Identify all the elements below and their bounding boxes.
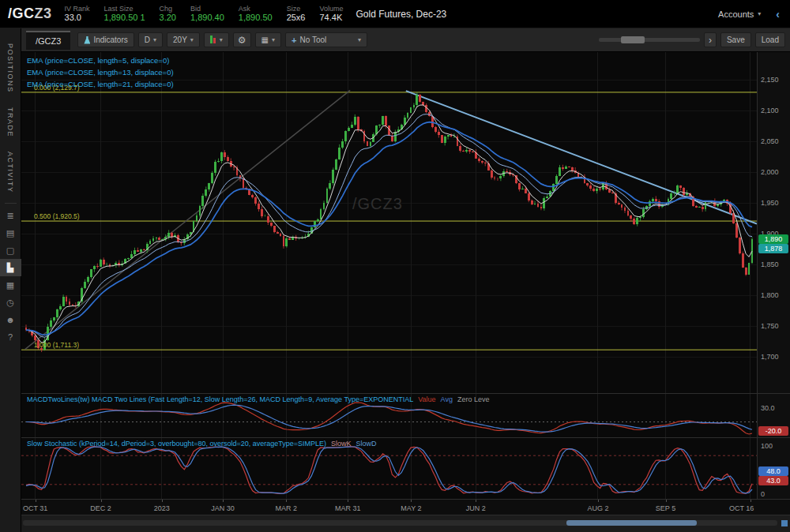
sidebar-divider: [5, 203, 17, 204]
pan-right-icon[interactable]: ›: [704, 32, 717, 47]
chart-gadget: /GCZ3 Indicators D▾ 20Y▾ ▾ ⚙ ▦▾ +No Tool…: [21, 28, 790, 532]
save-button[interactable]: Save: [720, 32, 751, 47]
notes-icon[interactable]: ▢: [0, 242, 21, 259]
price-axis-label: 2,150: [761, 76, 779, 84]
time-axis-label: MAR 31: [335, 504, 361, 512]
time-zoom-slider[interactable]: [599, 38, 700, 42]
zoom-slider-thumb[interactable]: [621, 36, 645, 43]
time-axis-label: OCT 16: [729, 504, 754, 512]
quote-stat-value: 1,890.50 1: [104, 13, 145, 23]
help-icon[interactable]: ?: [0, 328, 21, 346]
time-axis-label: SEP 5: [656, 504, 675, 512]
chevron-down-icon: ▾: [190, 36, 194, 43]
chart-panes: EMA (price=CLOSE, length=5, displace=0)E…: [21, 52, 790, 532]
ema-indicator-label[interactable]: EMA (price=CLOSE, length=5, displace=0): [27, 56, 174, 65]
quote-stat: Last Size1,890.50 1: [104, 5, 145, 23]
quote-stat-value: 3.20: [160, 13, 176, 23]
time-axis-tick: [476, 500, 476, 502]
chart-symbol-tab[interactable]: /GCZ3: [26, 31, 70, 50]
candlestick-icon: [210, 36, 216, 45]
time-axis-tick: [598, 500, 599, 502]
ema-indicator-label[interactable]: EMA (price=CLOSE, length=13, displace=0): [27, 68, 174, 77]
macd-study-label[interactable]: MACDTwoLines(tw) MACD Two Lines (Fast Le…: [27, 395, 413, 403]
indicators-button[interactable]: Indicators: [77, 32, 134, 47]
price-axis-label: 1,800: [761, 291, 779, 299]
range-dropdown[interactable]: 20Y▾: [167, 32, 200, 47]
time-axis-tick: [411, 500, 412, 502]
symbol-root: /GC: [8, 6, 35, 21]
macd-chart[interactable]: MACDTwoLines(tw) MACD Two Lines (Fast Le…: [21, 394, 757, 437]
time-axis-label: JAN 30: [211, 504, 235, 512]
quote-stat-value: 1,890.50: [239, 13, 273, 23]
quote-stat-label: Bid: [190, 5, 224, 13]
chart-layout-dropdown[interactable]: ▦▾: [255, 32, 281, 47]
quote-stat: Chg3.20: [160, 5, 176, 23]
macd-axis: 30.0-20.0: [757, 394, 790, 437]
fib-level-label[interactable]: 1.000 (1,711.3): [34, 341, 79, 349]
watchlist-icon[interactable]: ▤: [0, 224, 21, 242]
accounts-dropdown[interactable]: Accounts▾: [718, 9, 761, 19]
drawing-tool-dropdown[interactable]: +No Tool▾: [285, 32, 367, 47]
quote-stats: IV Rank33.0Last Size1,890.50 1Chg3.20Bid…: [65, 5, 344, 23]
macd-legend-item[interactable]: Avg: [441, 395, 453, 403]
price-chart[interactable]: EMA (price=CLOSE, length=5, displace=0)E…: [21, 52, 757, 393]
scrollbar-corner[interactable]: [781, 520, 788, 526]
settings-gear-icon[interactable]: ⚙: [233, 32, 251, 47]
scrollbar-handle[interactable]: [566, 520, 697, 526]
sidebar-tab-positions[interactable]: POSITIONS: [6, 36, 14, 100]
macd-legend-item[interactable]: Zero Leve: [457, 395, 490, 403]
ema-indicator-label[interactable]: EMA (price=CLOSE, length=21, displace=0): [27, 80, 174, 88]
stochastic-axis: 100048.043.0: [757, 438, 790, 499]
quote-header: /GCZ3 IV Rank33.0Last Size1,890.50 1Chg3…: [0, 0, 790, 28]
macd-legend-item[interactable]: Value: [418, 395, 435, 403]
time-axis-tick: [286, 500, 287, 502]
quote-stat: Ask1,890.50: [239, 5, 273, 23]
crosshair-icon: +: [292, 36, 296, 45]
chart-icon[interactable]: ▙: [0, 259, 21, 276]
quote-stat-label: Volume: [319, 5, 343, 13]
stochastic-legend-item[interactable]: SlowK: [331, 440, 352, 448]
macd-bubble: -20.0: [758, 426, 788, 436]
price-axis[interactable]: 2,1502,1002,0502,0001,9501,9001,8501,800…: [757, 52, 790, 393]
stochastic-chart[interactable]: Slow Stochastic (kPeriod=14, dPeriod=3, …: [21, 438, 757, 499]
price-axis-label: 1,750: [761, 322, 779, 330]
quote-stat: Volume74.4K: [319, 5, 343, 23]
quote-stat-label: Size: [287, 5, 306, 13]
quotes-icon[interactable]: ≣: [0, 207, 21, 224]
symbol-suffix: Z3: [35, 6, 52, 21]
price-axis-label: 1,850: [761, 260, 779, 268]
price-axis-label: 2,000: [761, 168, 779, 176]
price-axis-label: 2,100: [761, 107, 779, 114]
clock-icon[interactable]: ◷: [0, 294, 21, 311]
chart-type-dropdown[interactable]: ▾: [204, 32, 229, 47]
time-axis-label: DEC 2: [90, 504, 111, 512]
stochastic-bubble: 48.0: [758, 466, 788, 476]
load-button[interactable]: Load: [755, 32, 785, 47]
time-axis-label: MAY 2: [401, 504, 421, 512]
sidebar-tab-trade[interactable]: TRADE: [6, 100, 14, 144]
time-axis-label: OCT 31: [23, 504, 47, 512]
stochastic-study-label[interactable]: Slow Stochastic (kPeriod=14, dPeriod=3, …: [27, 440, 326, 448]
chart-watermark: /GCZ3: [352, 195, 403, 213]
fib-level-label[interactable]: 0.500 (1,920.5): [34, 212, 80, 220]
chart-toolbar: /GCZ3 Indicators D▾ 20Y▾ ▾ ⚙ ▦▾ +No Tool…: [21, 28, 790, 52]
chevron-down-icon: ▾: [153, 36, 156, 43]
macd-indicator-label: MACDTwoLines(tw) MACD Two Lines (Fast Le…: [27, 395, 490, 403]
chart-scrollbar-area: [21, 515, 790, 532]
time-axis[interactable]: OCT 31DEC 22023JAN 30MAR 2MAR 31MAY 2JUN…: [21, 500, 790, 515]
app-body: POSITIONSTRADEACTIVITY≣▤▢▙▦◷☻? /GCZ3 Ind…: [0, 28, 790, 532]
sidebar-tab-activity[interactable]: ACTIVITY: [6, 144, 14, 200]
time-axis-tick: [223, 500, 224, 502]
quote-stat: IV Rank33.0: [65, 5, 90, 23]
macd-axis-label: 30.0: [761, 404, 775, 412]
collapse-panel-icon[interactable]: ‹: [773, 8, 782, 21]
quote-stat-label: Chg: [160, 5, 176, 13]
timeframe-dropdown[interactable]: D▾: [138, 32, 163, 47]
chevron-down-icon: ▾: [272, 36, 275, 43]
users-icon[interactable]: ☻: [0, 311, 21, 328]
left-sidebar: POSITIONSTRADEACTIVITY≣▤▢▙▦◷☻?: [0, 28, 21, 532]
stochastic-legend-item[interactable]: SlowD: [356, 440, 377, 448]
time-axis-tick: [348, 500, 348, 502]
grid-icon[interactable]: ▦: [0, 276, 21, 294]
quote-stat: Size25x6: [287, 5, 306, 23]
